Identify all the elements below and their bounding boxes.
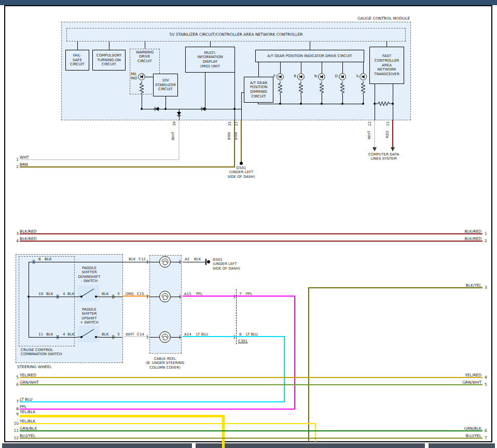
mil-led-icon: [138, 73, 145, 80]
row-number: 5: [485, 382, 487, 387]
circuit-line: [210, 41, 211, 47]
connector-id: C12: [139, 257, 146, 261]
wire-color-label: BRN: [234, 132, 238, 140]
junction-dot: [279, 103, 281, 105]
row-wire-label: BRN: [20, 162, 28, 167]
junction-dot: [141, 108, 143, 110]
computer-data-lines-label: COMPUTER DATA LINES SYSTEM: [351, 152, 416, 161]
wire-org: [122, 296, 149, 297]
gear-led-icon: [297, 73, 305, 80]
wire-blkyel-vertical: [308, 287, 309, 442]
circuit-line: [149, 262, 159, 262]
row-wire-label: BLK/YEL: [444, 283, 481, 288]
resistor-icon: [319, 81, 324, 95]
wire-color-label: BLK: [45, 257, 51, 261]
c301-label: C301: [238, 339, 247, 343]
cable-reel-coil-icon: [159, 256, 171, 268]
wire-blkred-row4: [20, 241, 482, 242]
connector-id: A2: [185, 257, 189, 261]
wire-brn-row2: [20, 166, 234, 167]
circuit-line: [363, 62, 364, 73]
gear-dimming-box: A/T GEAR POSITION DIMMING CIRCUIT: [244, 77, 273, 103]
fail-safe-circuit-box: FAIL- SAFE CIRCUIT: [65, 50, 89, 71]
wire-color-label: BRN: [228, 132, 231, 140]
circuit-line: [145, 77, 153, 77]
junction-dot: [300, 103, 302, 105]
circuit-line: [241, 92, 242, 120]
junction-dot: [374, 103, 376, 105]
circuit-line: [183, 262, 206, 262]
wire-yelblk-row9-thick: [20, 415, 225, 417]
diode-icon: [200, 106, 206, 111]
circuit-line: [29, 337, 79, 338]
can-controller-box: 5V STABILIZER CIRCUIT/CONTROLLER AREA NE…: [66, 28, 406, 41]
steering-wheel-label: STEERING WHEEL: [17, 365, 52, 369]
downshift-switch-label: PADDLE SHIFTER DOWNSHIFT - SWITCH: [76, 266, 103, 284]
wire-wht: [122, 336, 149, 337]
circuit-line: [258, 103, 258, 104]
row-wire-label: BLU/YEL: [444, 433, 481, 438]
gear-indicator-drive-box: A/T GEAR POSITION INDICATOR DRIVE CIRCUI…: [255, 50, 364, 62]
circuit-line: [322, 62, 322, 73]
cruise-switch-label: CRUISE CONTROL COMBINATION SWITCH: [21, 348, 73, 357]
ground-dot: [207, 260, 210, 263]
gear-led-icon: [277, 73, 284, 80]
row-wire-label: YEL/BLK: [20, 410, 35, 414]
gear-letter: N: [312, 74, 317, 78]
arrow-down-icon: [391, 147, 395, 151]
row-number: 1: [11, 157, 19, 162]
pin-number: 8: [38, 257, 40, 261]
connector-icon: ): [146, 294, 148, 299]
switch-icon: [78, 285, 100, 302]
row-number: 6: [485, 428, 487, 433]
wire-yelblk-vertical-thin: [315, 423, 316, 442]
row-number: 4: [485, 375, 487, 380]
wire-brn-pin15: [234, 120, 235, 167]
cable-reel-coil-icon: [159, 331, 171, 343]
switch-icon: [78, 326, 100, 342]
wire-color-label: WHT: [172, 132, 175, 140]
pin-number: 21: [386, 121, 390, 126]
connector-icon: )(: [56, 334, 59, 340]
row-number: 1: [485, 231, 487, 236]
diode-icon: [154, 106, 160, 111]
pin-number: 4: [63, 332, 65, 337]
row-number: 11: [11, 428, 19, 433]
row-number: 6: [11, 382, 19, 387]
row-wire-label: GRN/WHT: [444, 380, 481, 385]
row-wire-label: BLK/RED: [444, 229, 481, 234]
connector-icon: ): [233, 334, 235, 340]
circuit-line: [310, 41, 310, 50]
circuit-line: [29, 297, 79, 297]
connector-icon: )): [112, 334, 114, 340]
wire-grnblk-row11: [20, 430, 482, 431]
row-number: 4: [11, 239, 19, 243]
row-wire-label: BLK/RED: [20, 229, 37, 234]
row-wire-label: WHT: [20, 155, 29, 160]
junction-dot: [341, 103, 343, 105]
wire-ppl-vertical: [294, 296, 295, 410]
wire-color-label: BLK: [67, 292, 74, 296]
wire-red-pin21: [392, 120, 393, 147]
wire-grnwht-row6: [20, 384, 482, 385]
circuit-line: [149, 297, 159, 297]
gear-letter: R: [291, 74, 296, 78]
connector-icon: )): [112, 294, 114, 299]
wire-color-label: RED: [386, 131, 390, 138]
resistor-icon: [298, 81, 303, 95]
circuit-line: [258, 62, 259, 77]
wire-ltblu-out: [183, 336, 285, 337]
wire-ltblu-row7: [20, 401, 285, 402]
wire-ppl-row8: [20, 409, 295, 410]
row-wire-label: GRN/WHT: [20, 380, 39, 385]
row-number: 5: [11, 375, 19, 380]
circuit-line: [145, 41, 145, 49]
row-wire-label: LT BLU: [20, 397, 33, 402]
row-number: 2: [11, 164, 19, 169]
circuit-line: [99, 297, 122, 297]
module-title: GAUGE CONTROL MODULE: [332, 16, 410, 21]
wire-color-label: BLK: [102, 292, 108, 296]
taskbar-segment: [2, 443, 192, 448]
pin-number: 16: [173, 121, 176, 126]
resistor-icon: [361, 81, 366, 95]
